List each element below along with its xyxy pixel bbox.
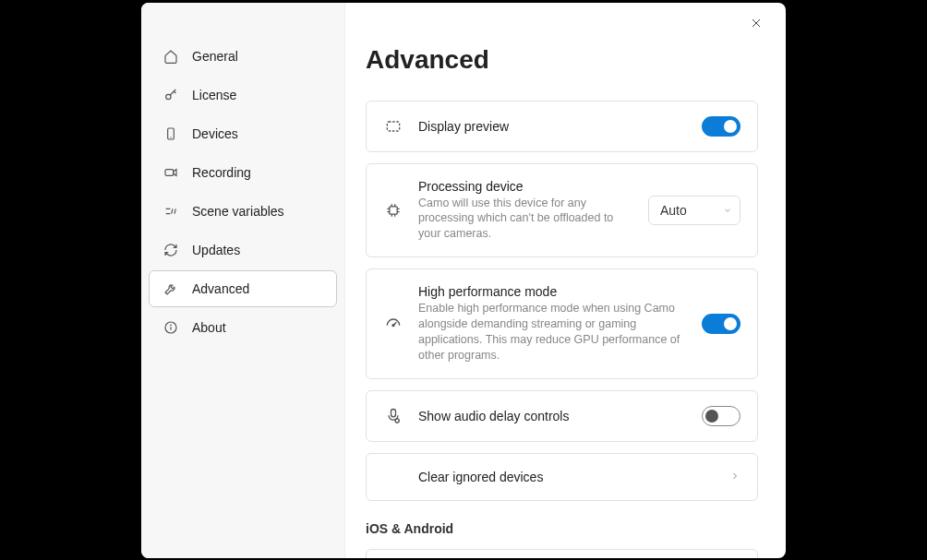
setting-description: Enable high performance mode when using … [418, 301, 687, 363]
gauge-icon [383, 314, 403, 334]
key-icon [163, 87, 179, 103]
phone-icon [163, 125, 179, 142]
setting-clear-ignored-devices[interactable]: Clear ignored devices [366, 453, 758, 501]
setting-text: Show audio delay controls [418, 409, 687, 423]
svg-rect-10 [390, 207, 397, 214]
svg-point-6 [171, 325, 172, 326]
home-icon [163, 48, 179, 65]
sidebar-item-label: General [192, 49, 238, 64]
setting-text: Display preview [418, 119, 687, 134]
svg-rect-3 [165, 169, 174, 175]
close-button[interactable] [747, 16, 765, 34]
setting-audio-delay: Show audio delay controls [366, 390, 758, 442]
chevron-down-icon [723, 203, 732, 218]
scroll-area[interactable]: Advanced Display preview Processing devi… [345, 3, 786, 558]
sidebar-item-label: License [192, 88, 236, 102]
info-icon [163, 319, 179, 336]
display-preview-toggle[interactable] [702, 116, 740, 137]
setting-text: High performance mode Enable high perfor… [418, 284, 687, 363]
sidebar-item-label: Advanced [192, 281, 249, 296]
sidebar-item-about[interactable]: About [149, 309, 337, 346]
section-header-mobile: iOS & Android [366, 521, 758, 536]
setting-label: Show audio delay controls [418, 409, 687, 423]
svg-rect-21 [391, 409, 396, 416]
setting-text: Processing device Camo will use this dev… [418, 179, 633, 243]
setting-text: Clear ignored devices [418, 470, 715, 484]
setting-label: Display preview [418, 119, 687, 134]
close-icon [750, 17, 763, 33]
sidebar-item-recording[interactable]: Recording [149, 154, 337, 191]
chevron-right-icon [729, 469, 740, 485]
setting-description: Camo will use this device for any proces… [418, 196, 633, 243]
sidebar-item-general[interactable]: General [149, 38, 337, 75]
chip-icon [383, 200, 403, 220]
sidebar: General License Devices Recording Scene … [141, 3, 345, 558]
cube-icon [163, 203, 179, 220]
setting-label: Processing device [418, 179, 633, 194]
main-panel: Advanced Display preview Processing devi… [345, 3, 786, 558]
setting-high-performance: High performance mode Enable high perfor… [366, 268, 758, 379]
sidebar-item-label: Updates [192, 243, 240, 257]
page-title: Advanced [366, 45, 758, 75]
svg-point-22 [395, 419, 399, 423]
svg-point-20 [392, 325, 394, 327]
sidebar-item-updates[interactable]: Updates [149, 232, 337, 268]
setting-processing-device: Processing device Camo will use this dev… [366, 163, 758, 258]
refresh-icon [163, 242, 179, 258]
svg-point-0 [166, 94, 171, 99]
sidebar-item-advanced[interactable]: Advanced [149, 270, 337, 307]
sidebar-item-label: Devices [192, 126, 238, 141]
setting-label: High performance mode [418, 284, 687, 299]
camera-icon [163, 164, 179, 181]
sidebar-item-scene-variables[interactable]: Scene variables [149, 193, 337, 230]
sidebar-item-label: Recording [192, 165, 251, 180]
mic-settings-icon [383, 406, 403, 426]
audio-delay-toggle[interactable] [702, 406, 740, 426]
sidebar-item-license[interactable]: License [149, 77, 337, 113]
high-performance-toggle[interactable] [702, 314, 740, 334]
sidebar-item-label: Scene variables [192, 204, 284, 219]
setting-screen-curtain: Screen curtain Automatically dim the pho… [366, 549, 758, 558]
processing-device-select[interactable]: Auto [648, 196, 740, 225]
sidebar-item-label: About [192, 320, 226, 335]
wrench-icon [163, 280, 179, 297]
settings-window: General License Devices Recording Scene … [141, 3, 786, 558]
display-icon [383, 116, 403, 137]
sidebar-item-devices[interactable]: Devices [149, 115, 337, 152]
setting-label: Clear ignored devices [418, 470, 715, 484]
setting-display-preview: Display preview [366, 101, 758, 152]
select-value: Auto [660, 203, 687, 218]
svg-rect-9 [387, 122, 399, 131]
